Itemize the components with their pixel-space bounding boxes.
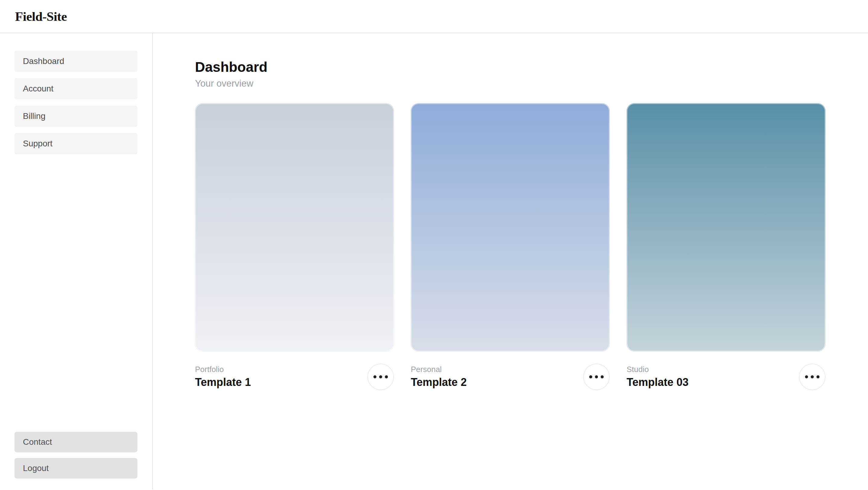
card-name: Template 03: [627, 376, 688, 388]
card-text: Studio Template 03: [627, 365, 688, 388]
site-logo: Field-Site: [15, 9, 67, 24]
ellipsis-icon: [805, 375, 808, 378]
app-header: Field-Site: [0, 0, 868, 33]
card-name: Template 1: [195, 376, 251, 388]
card-category: Portfolio: [195, 365, 251, 374]
ellipsis-icon: [373, 375, 376, 378]
card-meta-row: Personal Template 2: [411, 364, 610, 390]
main-content: Dashboard Your overview Portfolio Templa…: [153, 33, 868, 489]
card-category: Studio: [627, 365, 688, 374]
ellipsis-icon: [589, 375, 592, 378]
sidebar: Dashboard Account Billing Support Contac…: [0, 33, 153, 489]
page-title: Dashboard: [195, 59, 826, 75]
ellipsis-icon: [601, 375, 604, 378]
card-name: Template 2: [411, 376, 467, 388]
ellipsis-icon: [595, 375, 598, 378]
template-card: Studio Template 03: [627, 103, 826, 390]
sidebar-item-account[interactable]: Account: [14, 78, 137, 99]
card-text: Personal Template 2: [411, 365, 467, 388]
template-preview[interactable]: [411, 103, 610, 351]
card-meta-row: Portfolio Template 1: [195, 364, 394, 390]
ellipsis-icon: [811, 375, 814, 378]
logout-button-label: Logout: [23, 463, 49, 473]
sidebar-nav: Dashboard Account Billing Support: [14, 51, 152, 161]
sidebar-item-label: Billing: [23, 111, 45, 121]
sidebar-item-label: Dashboard: [23, 56, 64, 66]
page-subtitle: Your overview: [195, 78, 826, 89]
logout-button[interactable]: Logout: [14, 458, 137, 479]
sidebar-footer: Contact Logout: [14, 426, 152, 479]
card-text: Portfolio Template 1: [195, 365, 251, 388]
template-preview[interactable]: [627, 103, 826, 351]
sidebar-item-label: Support: [23, 139, 53, 148]
ellipsis-icon: [816, 375, 819, 378]
card-category: Personal: [411, 365, 467, 374]
sidebar-item-billing[interactable]: Billing: [14, 106, 137, 127]
sidebar-item-label: Account: [23, 84, 53, 93]
app-shell: Dashboard Account Billing Support Contac…: [0, 33, 868, 489]
contact-button-label: Contact: [23, 437, 52, 447]
template-preview[interactable]: [195, 103, 394, 351]
card-menu-button[interactable]: [799, 364, 826, 390]
card-meta-row: Studio Template 03: [627, 364, 826, 390]
ellipsis-icon: [379, 375, 382, 378]
contact-button[interactable]: Contact: [14, 432, 137, 452]
template-card-grid: Portfolio Template 1 Personal Template: [195, 103, 826, 390]
template-card: Personal Template 2: [411, 103, 610, 390]
ellipsis-icon: [385, 375, 388, 378]
sidebar-item-support[interactable]: Support: [14, 133, 137, 154]
template-card: Portfolio Template 1: [195, 103, 394, 390]
sidebar-item-dashboard[interactable]: Dashboard: [14, 51, 137, 72]
card-menu-button[interactable]: [583, 364, 610, 390]
card-menu-button[interactable]: [367, 364, 394, 390]
